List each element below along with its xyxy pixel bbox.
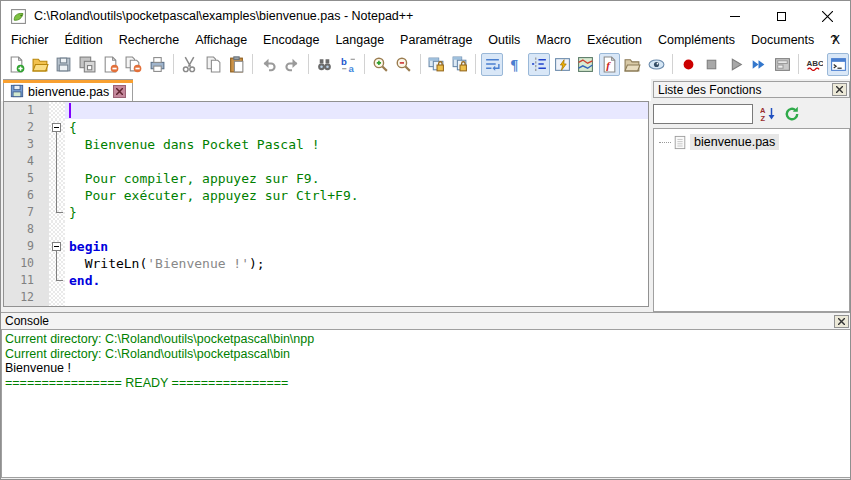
print-button[interactable] [147, 53, 168, 76]
title-bar: C:\Roland\outils\pocketpascal\examples\b… [1, 1, 850, 31]
undo-button[interactable] [258, 53, 279, 76]
tab-bar: bienvenue.pas [1, 79, 651, 101]
macro-save-button[interactable] [772, 53, 793, 76]
menu-item-outils[interactable]: Outils [480, 31, 528, 49]
document-icon [673, 135, 687, 150]
editor-line-9[interactable]: 9begin [4, 238, 648, 255]
replace-button[interactable]: ba [337, 53, 358, 76]
editor-line-2[interactable]: 2{ [4, 119, 648, 136]
line-number: 10 [4, 255, 49, 272]
menu-item-langage[interactable]: Langage [327, 31, 392, 49]
save-file-icon [55, 56, 72, 73]
close-icon [822, 11, 833, 22]
toolbar-separator [672, 54, 673, 74]
new-file-icon [8, 56, 25, 73]
sync-vertical-button[interactable] [426, 53, 447, 76]
editor-line-10[interactable]: 10 WriteLn('Bienvenue !'); [4, 255, 648, 272]
function-list-item[interactable]: bienvenue.pas [654, 133, 849, 151]
editor-line-12[interactable]: 12 [4, 289, 648, 306]
editor-line-1[interactable]: 1 [4, 102, 648, 119]
new-file-button[interactable] [6, 53, 27, 76]
show-all-characters-button[interactable]: ¶ [505, 53, 526, 76]
menu-item-documents[interactable]: Documents [743, 31, 822, 49]
fold-margin [49, 187, 65, 204]
menu-item-edition[interactable]: Édition [57, 31, 111, 49]
sync-horizontal-button[interactable] [449, 53, 470, 76]
minimize-button[interactable] [712, 1, 758, 31]
console-output[interactable]: Current directory: C:\Roland\outils\pock… [1, 330, 851, 478]
folder-as-workspace-icon [624, 56, 641, 73]
fold-margin [49, 102, 65, 119]
sort-az-button[interactable]: A Z [759, 105, 777, 123]
cut-button[interactable] [179, 53, 200, 76]
macro-run-multiple-button[interactable] [748, 53, 769, 76]
menu-item-recherche[interactable]: Recherche [111, 31, 187, 49]
zoom-out-icon [395, 56, 412, 73]
console-button[interactable] [827, 53, 848, 76]
close-file-button[interactable] [100, 53, 121, 76]
paste-button[interactable] [226, 53, 247, 76]
line-number: 2 [4, 119, 49, 136]
editor-line-8[interactable]: 8 [4, 221, 648, 238]
editor-line-11[interactable]: 11end. [4, 272, 648, 289]
function-list-panel: Liste des Fonctions A Z [653, 81, 850, 312]
menu-item-complements[interactable]: Compléments [650, 31, 743, 49]
fold-margin [49, 221, 65, 238]
function-list-button[interactable]: f [599, 53, 620, 76]
line-number: 8 [4, 221, 49, 238]
save-all-button[interactable] [76, 53, 97, 76]
maximize-icon [777, 12, 786, 21]
function-list-icon: f [601, 56, 618, 73]
redo-button[interactable] [282, 53, 303, 76]
editor-line-6[interactable]: 6 Pour exécuter, appuyez sur Ctrl+F9. [4, 187, 648, 204]
function-search-input[interactable] [653, 104, 753, 124]
document-map-button[interactable] [575, 53, 596, 76]
menu-item-parametrage[interactable]: Paramétrage [392, 31, 480, 49]
macro-record-button[interactable] [678, 53, 699, 76]
open-file-button[interactable] [29, 53, 50, 76]
tab-bienvenue-pas[interactable]: bienvenue.pas [3, 79, 133, 101]
editor-line-5[interactable]: 5 Pour compiler, appuyez sur F9. [4, 170, 648, 187]
line-text: } [65, 204, 648, 221]
function-list-tree[interactable]: bienvenue.pas [653, 128, 850, 312]
copy-button[interactable] [202, 53, 223, 76]
word-wrap-button[interactable] [481, 53, 502, 76]
menu-close-document-button[interactable]: X [832, 31, 840, 49]
macro-stop-button[interactable] [701, 53, 722, 76]
close-icon [836, 86, 843, 93]
line-number: 1 [4, 102, 49, 119]
macro-run-multiple-icon [750, 56, 767, 73]
line-text: begin [65, 238, 648, 255]
print-icon [149, 56, 166, 73]
menu-bar: FichierÉditionRechercheAffichageEncodage… [1, 31, 850, 49]
fold-collapse-button[interactable] [49, 119, 65, 136]
find-button[interactable] [314, 53, 335, 76]
folder-as-workspace-button[interactable] [622, 53, 643, 76]
editor-line-7[interactable]: 7} [4, 204, 648, 221]
menu-item-fichier[interactable]: Fichier [3, 31, 57, 49]
line-text [65, 153, 648, 170]
define-language-button[interactable] [552, 53, 573, 76]
menu-item-affichage[interactable]: Affichage [187, 31, 255, 49]
menu-item-execution[interactable]: Exécution [579, 31, 650, 49]
editor-line-3[interactable]: 3 Bienvenue dans Pocket Pascal ! [4, 136, 648, 153]
close-button[interactable] [804, 1, 850, 31]
zoom-out-button[interactable] [393, 53, 414, 76]
monitoring-button[interactable] [645, 53, 666, 76]
save-file-button[interactable] [53, 53, 74, 76]
refresh-button[interactable] [783, 105, 801, 123]
fold-collapse-button[interactable] [49, 238, 65, 255]
spell-check-button[interactable]: ABC [804, 53, 825, 76]
menu-item-encodage[interactable]: Encodage [255, 31, 327, 49]
zoom-in-button[interactable] [370, 53, 391, 76]
maximize-button[interactable] [758, 1, 804, 31]
indent-guide-button[interactable] [528, 53, 549, 76]
function-list-close-button[interactable] [832, 83, 847, 96]
close-all-button[interactable] [123, 53, 144, 76]
code-editor[interactable]: 12{3 Bienvenue dans Pocket Pascal !45 Po… [3, 101, 649, 307]
menu-item-macro[interactable]: Macro [528, 31, 579, 49]
console-close-button[interactable] [834, 315, 849, 328]
editor-line-4[interactable]: 4 [4, 153, 648, 170]
tab-close-button[interactable] [113, 85, 126, 98]
macro-play-button[interactable] [725, 53, 746, 76]
